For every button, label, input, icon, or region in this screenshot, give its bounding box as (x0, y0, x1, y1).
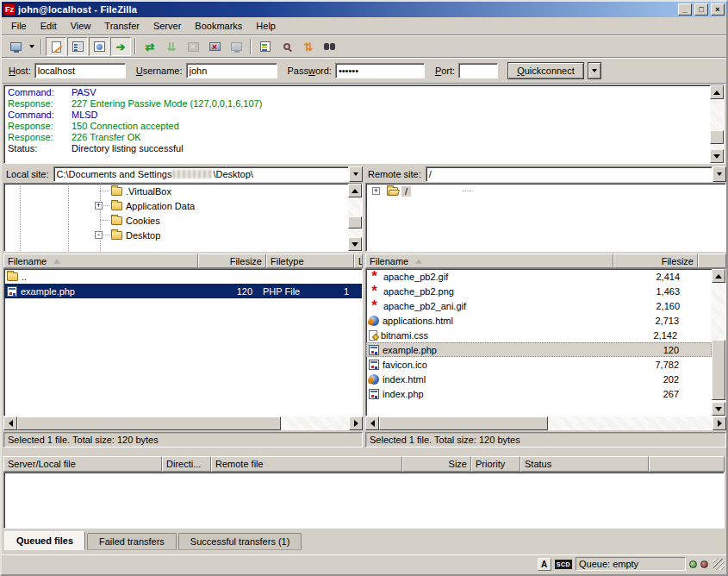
toggle-local-tree-button[interactable] (67, 37, 88, 56)
site-manager-button[interactable] (5, 37, 26, 56)
directory-filters-button[interactable] (255, 37, 276, 56)
scrollbar-thumb[interactable] (379, 416, 548, 430)
local-file-row[interactable]: example.php 120 PHP File 1 (4, 284, 362, 298)
scroll-down-button[interactable] (710, 149, 724, 163)
log-line: Response:150 Connection accepted (8, 121, 708, 132)
remote-file-row[interactable]: index.php 267 (366, 386, 712, 401)
menu-help[interactable]: Help (249, 18, 283, 34)
host-input[interactable] (34, 63, 126, 78)
tree-item-cookies[interactable]: Cookies (4, 213, 348, 228)
scroll-right-button[interactable] (712, 416, 726, 430)
menu-edit[interactable]: Edit (34, 18, 64, 34)
toggle-queue-button[interactable]: ➔ (110, 37, 131, 56)
tab-successful-transfers[interactable]: Successful transfers (1) (178, 533, 302, 550)
quickconnect-dropdown[interactable] (588, 62, 601, 79)
menu-view[interactable]: View (64, 18, 98, 34)
local-hscrollbar[interactable] (3, 416, 363, 430)
process-queue-button[interactable]: ⇊ (161, 37, 182, 56)
tab-queued-files[interactable]: Queued files (4, 531, 85, 550)
remote-hscrollbar[interactable] (365, 416, 726, 430)
menu-bookmarks[interactable]: Bookmarks (188, 18, 249, 34)
menu-server[interactable]: Server (146, 18, 188, 34)
remote-file-row[interactable]: index.html 202 (366, 372, 712, 386)
close-button[interactable]: × (711, 3, 725, 16)
log-scrollbar[interactable] (710, 85, 724, 163)
remote-file-row[interactable]: * apache_pb2_ani.gif 2,160 (366, 298, 712, 313)
triangle-up-icon (715, 271, 722, 279)
transfer-type-indicator[interactable]: A (538, 558, 551, 571)
reconnect-icon (231, 42, 242, 51)
queue-column-server-local-file[interactable]: Server/Local file (3, 456, 162, 472)
remote-file-row[interactable]: applications.html 2,713 (366, 313, 712, 328)
resize-grip[interactable] (713, 559, 725, 570)
scroll-left-button[interactable] (3, 416, 17, 430)
expand-plus-icon[interactable]: + (95, 202, 103, 210)
local-file-row[interactable]: .. (4, 269, 362, 284)
tab-failed-transfers[interactable]: Failed transfers (87, 533, 177, 550)
scrollbar-thumb[interactable] (712, 340, 725, 400)
local-column-filetype[interactable]: Filetype (266, 254, 354, 268)
local-column-filesize[interactable]: Filesize (198, 254, 266, 268)
menu-file[interactable]: File (4, 18, 34, 34)
remote-file-row[interactable]: * apache_pb2.png 1,463 (366, 284, 712, 298)
username-input[interactable] (186, 63, 277, 78)
scroll-left-button[interactable] (365, 416, 379, 430)
scrollbar-thumb[interactable] (710, 130, 724, 144)
refresh-button[interactable]: ⇄ (140, 37, 160, 56)
scroll-up-button[interactable] (710, 85, 724, 99)
scrollbar-thumb[interactable] (17, 416, 281, 430)
find-files-button[interactable] (320, 37, 340, 56)
local-tree-scrollbar[interactable] (348, 184, 362, 251)
cancel-operation-button[interactable]: × (183, 37, 203, 56)
site-manager-icon (10, 42, 22, 51)
queue-column-status[interactable]: Status (520, 456, 649, 472)
tree-item-virtualbox[interactable]: .VirtualBox (4, 184, 348, 198)
local-column-lastmodified[interactable]: L (354, 254, 363, 268)
menu-transfer[interactable]: Transfer (97, 18, 146, 34)
queue-column-remote-file[interactable]: Remote file (211, 456, 402, 472)
collapse-minus-icon[interactable]: - (95, 231, 103, 239)
scrollbar-thumb[interactable] (348, 216, 362, 229)
tree-item-application-data[interactable]: + Application Data (4, 198, 348, 213)
remote-file-row[interactable]: favicon.ico 7,782 (366, 357, 712, 372)
remote-path-combo[interactable]: / (426, 166, 712, 182)
remote-path-dropdown[interactable] (712, 166, 726, 182)
disconnect-button[interactable]: × (204, 37, 225, 56)
local-path-dropdown[interactable] (349, 166, 363, 182)
local-status: Selected 1 file. Total size: 120 bytes (3, 432, 363, 448)
scroll-up-button[interactable] (348, 184, 362, 197)
html-file-icon (369, 374, 379, 385)
remote-file-row[interactable]: * apache_pb2.gif 2,414 (366, 269, 712, 284)
site-manager-dropdown[interactable] (27, 37, 37, 56)
port-input[interactable] (458, 63, 498, 78)
password-input[interactable] (335, 63, 425, 78)
expand-plus-icon[interactable]: + (372, 187, 380, 195)
remote-list-scrollbar[interactable] (712, 269, 725, 416)
reconnect-button[interactable] (226, 37, 246, 56)
remote-file-row[interactable]: example.php 120 (366, 342, 712, 357)
minimize-button[interactable]: _ (678, 3, 692, 16)
quickconnect-button[interactable]: Quickconnect (507, 62, 584, 79)
remote-tree: + / (365, 183, 726, 252)
remote-file-row[interactable]: bitnami.css 2,142 (366, 328, 712, 342)
title-bar[interactable]: Fz john@localhost - FileZilla _ □ × (2, 2, 726, 17)
toggle-message-log-button[interactable] (46, 37, 66, 56)
queue-column-direction[interactable]: Directi... (162, 456, 211, 472)
scroll-right-button[interactable] (349, 416, 363, 430)
synchronized-browsing-button[interactable]: ⇅ (298, 37, 319, 56)
directory-comparison-button[interactable] (277, 37, 297, 56)
toggle-remote-tree-button[interactable] (89, 37, 109, 56)
tree-item-root[interactable]: + / (366, 184, 725, 198)
maximize-button[interactable]: □ (694, 3, 708, 16)
remote-column-filesize[interactable]: Filesize (613, 254, 698, 268)
open-folder-icon (387, 187, 398, 196)
scroll-down-button[interactable] (712, 402, 725, 416)
scroll-down-button[interactable] (348, 237, 362, 251)
scroll-up-button[interactable] (712, 269, 725, 283)
remote-column-filename[interactable]: Filename (365, 254, 613, 268)
queue-column-priority[interactable]: Priority (471, 456, 520, 472)
queue-column-size[interactable]: Size (402, 456, 471, 472)
tree-item-desktop[interactable]: - Desktop (4, 228, 348, 242)
local-path-combo[interactable]: C:\Documents and Settings\Desktop\ (53, 166, 349, 182)
local-column-filename[interactable]: Filename (3, 254, 198, 268)
